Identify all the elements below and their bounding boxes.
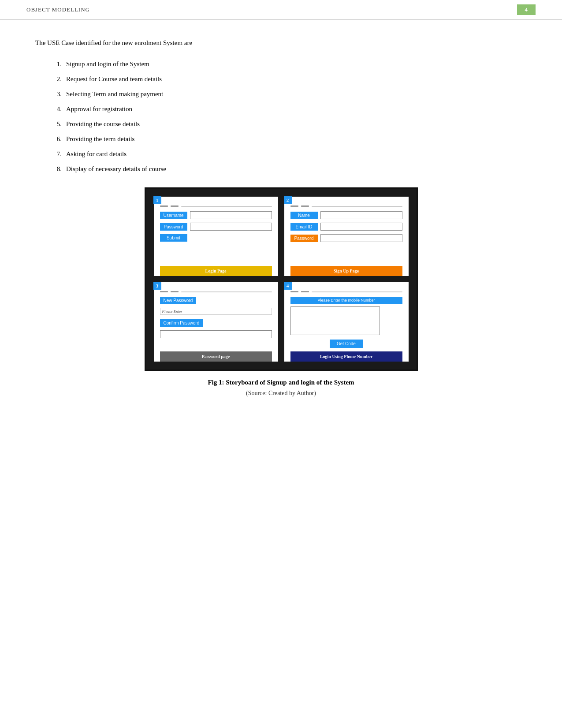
screen-number-3: 3 — [153, 282, 161, 290]
confirm-password-label[interactable]: Confirm Password — [160, 319, 203, 327]
list-text: Request for Course and team details — [66, 74, 162, 84]
list-item: 8. Display of necessary details of cours… — [53, 164, 527, 174]
password-input[interactable] — [190, 223, 272, 231]
list-text: Signup and login of the System — [66, 59, 149, 69]
screen-1: 1 Username Password Submit Login Pa — [154, 197, 278, 276]
confirm-password-input[interactable] — [160, 330, 272, 338]
screen1-topbar — [160, 205, 272, 207]
list-item: 4. Approval for registration — [53, 104, 527, 114]
submit-button[interactable]: Submit — [160, 234, 187, 242]
topbar-line — [312, 206, 402, 207]
dash-icon — [171, 291, 179, 292]
dash-icon — [290, 291, 298, 292]
screen-4: 4 Please Enter the mobile Number Get Cod… — [284, 282, 409, 362]
list-num: 6. — [53, 134, 62, 144]
screen4-footer: Login Using Phone Number — [290, 351, 402, 362]
dash-icon — [171, 205, 179, 207]
list-item: 7. Asking for card details — [53, 149, 527, 159]
list-num: 7. — [53, 149, 62, 159]
screen3-topbar — [160, 291, 272, 292]
screen4-topbar — [290, 291, 402, 292]
list-num: 2. — [53, 74, 62, 84]
screen1-footer: Login Page — [160, 266, 272, 276]
list-text: Providing the term details — [66, 134, 134, 144]
storyboard-grid: 1 Username Password Submit Login Pa — [145, 187, 418, 371]
list-num: 5. — [53, 119, 62, 129]
email-label[interactable]: Email ID — [290, 223, 318, 231]
screen-number-4: 4 — [284, 282, 292, 290]
screen3-footer: Password page — [160, 351, 272, 362]
submit-row: Submit — [160, 234, 272, 242]
list-num: 8. — [53, 164, 62, 174]
figure-source: (Source: Created by Author) — [246, 390, 316, 397]
new-password-row: New Password — [160, 297, 272, 304]
mobile-input[interactable] — [290, 306, 380, 335]
name-input[interactable] — [320, 211, 402, 219]
s2-password-row: Password — [290, 234, 402, 242]
list-text: Approval for registration — [66, 104, 132, 114]
get-code-button[interactable]: Get Code — [330, 340, 363, 348]
header-title: OBJECT MODELLING — [26, 6, 90, 13]
confirm-input-row — [160, 330, 272, 338]
figure-container: 1 Username Password Submit Login Pa — [35, 187, 527, 397]
dash-icon — [301, 205, 309, 207]
screen-number-2: 2 — [284, 196, 292, 204]
screen2-topbar — [290, 205, 402, 207]
list-text: Display of necessary details of course — [66, 164, 166, 174]
topbar-line — [181, 206, 272, 207]
username-label[interactable]: Username — [160, 212, 187, 219]
s2-password-input[interactable] — [320, 234, 402, 242]
please-enter-mobile-btn[interactable]: Please Enter the mobile Number — [290, 297, 402, 304]
confirm-password-row: Confirm Password — [160, 319, 272, 327]
page-number: 4 — [517, 4, 536, 15]
page-header: OBJECT MODELLING 4 — [0, 0, 562, 20]
topbar-line — [312, 291, 402, 292]
password-row: Password — [160, 223, 272, 231]
screen-2: 2 Name Email ID Password — [284, 197, 409, 276]
list-item: 3. Selecting Term and making payment — [53, 89, 527, 99]
new-password-label[interactable]: New Password — [160, 297, 197, 304]
list-item: 6. Providing the term details — [53, 134, 527, 144]
screen2-footer: Sign Up Page — [290, 266, 402, 276]
list-item: 5. Providing the course details — [53, 119, 527, 129]
password-label[interactable]: Password — [160, 223, 187, 231]
screen-3: 3 New Password Please Enter Confirm Pass… — [154, 282, 278, 362]
main-content: The USE Case identified for the new enro… — [0, 20, 562, 414]
username-row: Username — [160, 211, 272, 219]
username-input[interactable] — [190, 211, 272, 219]
use-case-list: 1. Signup and login of the System 2. Req… — [53, 59, 527, 174]
intro-paragraph: The USE Case identified for the new enro… — [35, 37, 527, 48]
screen-number-1: 1 — [153, 196, 161, 204]
s2-password-label[interactable]: Password — [290, 235, 318, 242]
list-num: 1. — [53, 59, 62, 69]
list-num: 4. — [53, 104, 62, 114]
email-input[interactable] — [320, 223, 402, 231]
list-item: 2. Request for Course and team details — [53, 74, 527, 84]
dash-icon — [160, 205, 168, 207]
list-item: 1. Signup and login of the System — [53, 59, 527, 69]
name-row: Name — [290, 211, 402, 219]
list-text: Asking for card details — [66, 149, 127, 159]
dash-icon — [290, 205, 298, 207]
figure-caption: Fig 1: Storyboard of Signup and login of… — [208, 379, 354, 386]
dash-icon — [160, 291, 168, 292]
topbar-line — [181, 291, 272, 292]
list-text: Selecting Term and making payment — [66, 89, 163, 99]
name-label[interactable]: Name — [290, 212, 318, 219]
email-row: Email ID — [290, 223, 402, 231]
please-enter-text: Please Enter — [160, 308, 272, 315]
dash-icon — [301, 291, 309, 292]
list-text: Providing the course details — [66, 119, 140, 129]
list-num: 3. — [53, 89, 62, 99]
